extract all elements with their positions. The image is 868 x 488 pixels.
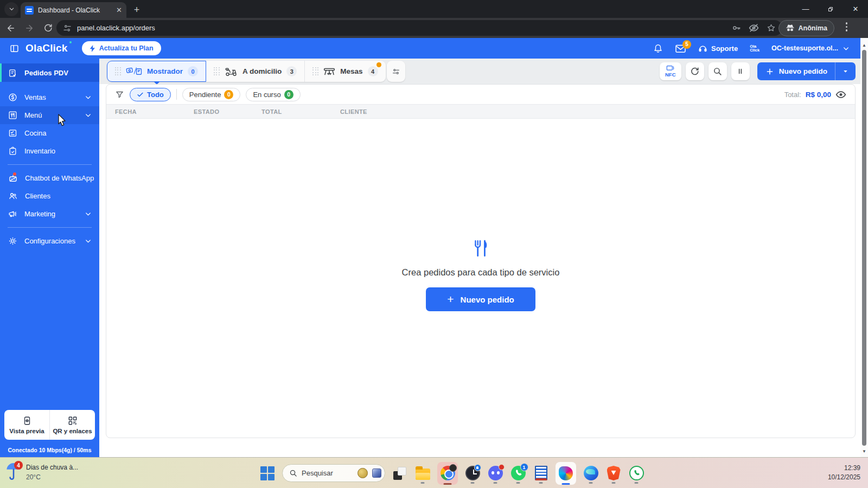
column-header-estado[interactable]: ESTADO	[194, 108, 261, 115]
taskbar-search[interactable]: Pesquisar	[282, 464, 385, 482]
total-value: R$ 0,00	[806, 91, 831, 99]
sidebar-item-menu[interactable]: Menú	[0, 106, 99, 124]
filter-chip-pendiente[interactable]: Pendiente 0	[182, 88, 241, 101]
scroll-up-arrow[interactable]: ▲	[860, 41, 868, 49]
task-view-button[interactable]	[392, 463, 408, 484]
alarm-badge	[474, 464, 481, 471]
orders-pos-icon	[8, 68, 17, 78]
messages-button[interactable]: 5	[675, 44, 686, 53]
column-header-fecha[interactable]: FECHA	[115, 108, 194, 115]
tab-search-button[interactable]	[4, 2, 18, 16]
filter-chip-todo[interactable]: Todo	[130, 88, 171, 101]
running-indicator	[562, 483, 570, 485]
tab-a-domicilio[interactable]: A domicilio 3	[206, 61, 305, 82]
passwords-key-icon[interactable]	[732, 23, 741, 33]
delivery-scooter-icon	[225, 67, 238, 76]
window-close-button[interactable]: ✕	[843, 0, 868, 18]
headset-icon	[698, 44, 707, 53]
sidebar-item-marketing[interactable]: Marketing	[0, 205, 99, 223]
filter-funnel-icon[interactable]	[115, 90, 124, 99]
column-header-cliente[interactable]: CLIENTE	[340, 108, 846, 115]
filter-chip-en-curso[interactable]: En curso 0	[246, 88, 300, 101]
weather-widget[interactable]: 4 Dias de chuva à... 20°C	[5, 462, 78, 483]
sidebar-item-ventas[interactable]: Ventas	[0, 88, 99, 106]
file-explorer-button[interactable]	[414, 463, 431, 484]
new-order-button[interactable]: + Nuevo pedido	[426, 287, 535, 311]
window-restore-button[interactable]	[818, 0, 843, 18]
refresh-icon	[690, 67, 699, 76]
brave-button[interactable]	[605, 463, 622, 484]
start-button[interactable]	[259, 463, 276, 484]
kitchen-icon	[8, 129, 17, 138]
profile-label: Anônima	[799, 24, 827, 32]
sidebar-item-configuraciones[interactable]: Configuraciones	[0, 232, 99, 250]
tab-close-icon[interactable]: ✕	[116, 6, 122, 14]
account-menu[interactable]: OC-testesuporte.ol...	[771, 44, 850, 52]
whatsapp-web-button[interactable]	[628, 463, 644, 484]
preview-button[interactable]: Vista previa	[4, 410, 49, 440]
tab-mesas[interactable]: Mesas 4	[305, 61, 385, 82]
toggle-total-visibility-icon[interactable]	[835, 91, 846, 99]
search-orders-button[interactable]	[709, 62, 727, 80]
new-tab-button[interactable]: +	[130, 4, 143, 17]
pending-count-badge: 0	[224, 90, 233, 99]
search-highlight-coin-icon[interactable]	[358, 468, 368, 478]
column-header-total[interactable]: TOTAL	[261, 108, 340, 115]
discord-button[interactable]	[487, 463, 503, 484]
scrollbar-thumb[interactable]	[862, 50, 866, 446]
sidebar-item-chatbot-whatsapp[interactable]: Chatbot de WhatsApp	[0, 169, 99, 187]
search-placeholder: Pesquisar	[302, 469, 353, 477]
incognito-profile-badge[interactable]: Anônima	[778, 20, 834, 36]
sidebar-item-cocina[interactable]: Cocina	[0, 124, 99, 142]
brave-icon	[607, 466, 621, 480]
browser-menu-icon[interactable]	[846, 22, 848, 31]
forward-icon	[24, 23, 34, 33]
qr-links-button[interactable]: QR y enlaces	[49, 410, 95, 440]
support-button[interactable]: Soporte	[698, 44, 738, 53]
sidebar-item-label: Chatbot de WhatsApp	[25, 174, 99, 182]
sidebar-toggle-icon[interactable]	[10, 44, 19, 53]
refresh-orders-button[interactable]	[686, 62, 704, 80]
chrome-button[interactable]	[437, 462, 458, 485]
whatsapp-button[interactable]: 1	[510, 463, 526, 484]
filter-row: Todo Pendiente 0 En curso 0 Total: R$ 0,…	[106, 85, 855, 104]
drag-handle-icon[interactable]	[115, 67, 121, 75]
upgrade-plan-button[interactable]: Actualiza tu Plan	[82, 41, 161, 55]
main-content: Mostrador 0 A domicilio 3 Mesas 4	[99, 59, 860, 457]
window-minimize-button[interactable]: —	[793, 0, 818, 18]
sidebar-item-inventario[interactable]: Inventario	[0, 142, 99, 160]
chevron-down-icon	[85, 237, 92, 245]
new-order-dropdown[interactable]	[835, 68, 856, 75]
page-scrollbar[interactable]: ▲ ▼	[860, 38, 868, 457]
edge-button[interactable]	[583, 463, 599, 484]
sidebar-item-clientes[interactable]: Clientes	[0, 187, 99, 205]
tab-mostrador[interactable]: Mostrador 0	[107, 61, 206, 82]
lightning-icon	[90, 45, 95, 52]
clock-app-button[interactable]	[464, 463, 481, 484]
nfc-button[interactable]: NFC	[660, 62, 681, 80]
new-order-header-button[interactable]: Nuevo pedido	[757, 62, 856, 80]
notepad-button[interactable]	[533, 463, 549, 484]
site-settings-icon[interactable]	[63, 24, 72, 33]
sales-icon	[8, 93, 17, 102]
url-bar[interactable]: panel.olaclick.app/orders	[56, 20, 782, 36]
search-highlight-image-icon[interactable]	[372, 468, 381, 478]
tab-label: A domicilio	[242, 67, 282, 75]
browser-tab[interactable]: Dashboard - OlaClick ✕	[21, 2, 126, 18]
tab-count-badge: 4	[368, 66, 378, 76]
copilot-button[interactable]	[556, 462, 576, 485]
brand-logo[interactable]: OlaClick	[25, 42, 68, 54]
back-button[interactable]	[3, 21, 18, 36]
reload-button[interactable]	[40, 21, 55, 36]
bookmark-star-icon[interactable]	[767, 23, 776, 33]
tab-settings-button[interactable]	[387, 61, 405, 82]
forward-button[interactable]	[22, 21, 37, 36]
drag-handle-icon[interactable]	[214, 67, 220, 75]
columns-view-button[interactable]	[731, 62, 750, 80]
taskbar-clock[interactable]: 12:39 10/12/2025	[828, 464, 860, 482]
notifications-button[interactable]	[653, 43, 663, 54]
scroll-down-arrow[interactable]: ▼	[860, 447, 868, 455]
eye-off-icon[interactable]	[749, 23, 759, 33]
drag-handle-icon[interactable]	[312, 67, 318, 75]
sidebar-item-pedidos-pdv[interactable]: Pedidos PDV	[0, 63, 99, 82]
